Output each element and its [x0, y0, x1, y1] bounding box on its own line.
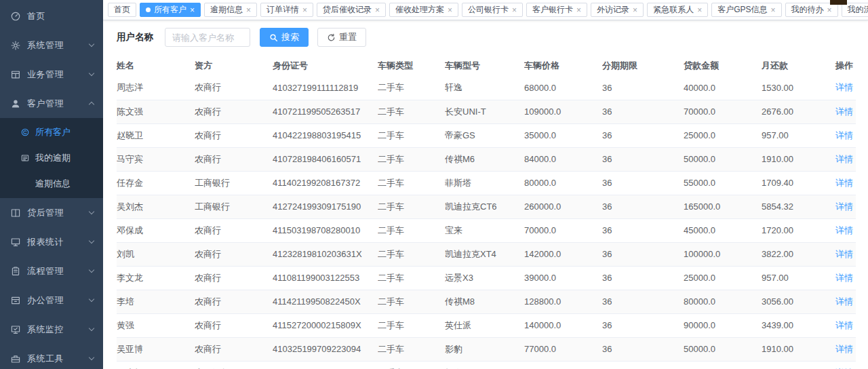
detail-link[interactable]: 详情	[835, 344, 853, 354]
cell-vehicle-model: 凯迪拉克XT4	[445, 242, 524, 266]
table-row: 李培农商行41142119950822450X二手车传祺M8128800.036…	[117, 290, 856, 313]
cell-funder: 农商行	[195, 242, 273, 266]
cell-installment-term: 36	[602, 337, 684, 361]
cell-installment-term: 36	[602, 171, 684, 195]
column-header-id-number: 身份证号	[273, 56, 378, 76]
table-row: 马守宾农商行410728198406160571二手车传祺M684000.036…	[117, 147, 856, 171]
close-icon[interactable]: ×	[512, 6, 517, 14]
sidebar-item[interactable]: 贷后管理	[0, 198, 103, 227]
tab-item[interactable]: 紧急联系人×	[647, 3, 708, 17]
search-icon	[269, 33, 278, 42]
close-icon[interactable]: ×	[827, 6, 832, 14]
tab-item[interactable]: 客户GPS信息×	[711, 3, 781, 17]
column-header-vehicle-price: 车辆价格	[524, 56, 602, 76]
cell-action: 详情	[821, 218, 856, 242]
refresh-icon	[327, 33, 336, 42]
search-button-label: 搜索	[281, 31, 299, 43]
tab-item[interactable]: 外访记录×	[591, 3, 644, 17]
detail-link[interactable]: 详情	[835, 273, 853, 283]
search-button[interactable]: 搜索	[260, 28, 309, 47]
sidebar-subitem[interactable]: 逾期信息	[0, 171, 103, 197]
detail-link[interactable]: 详情	[835, 154, 853, 164]
cell-loan-amount: 70000.0	[684, 100, 762, 123]
sidebar-item[interactable]: 系统管理	[0, 31, 103, 60]
tab-item[interactable]: 我的待办×	[785, 3, 838, 17]
sidebar-item-label: 系统管理	[27, 39, 90, 52]
cell-vehicle-model: 远景X3	[445, 266, 524, 290]
sidebar-item[interactable]: 报表统计	[0, 227, 103, 256]
sidebar-item[interactable]: 客户管理	[0, 89, 103, 118]
tab-label: 客户GPS信息	[717, 4, 767, 16]
close-icon[interactable]: ×	[448, 6, 452, 14]
close-icon[interactable]: ×	[576, 6, 581, 14]
tab-item[interactable]: 我的流程×	[842, 3, 868, 17]
sidebar-item-label: 客户管理	[27, 98, 90, 110]
cell-name: 刘凯	[117, 242, 195, 266]
sidebar-item[interactable]: 首页	[0, 1, 103, 31]
cell-monthly-payment: 957.00	[762, 266, 821, 290]
detail-link[interactable]: 详情	[835, 249, 853, 259]
sidebar-item[interactable]: 系统监控	[0, 315, 103, 344]
tab-item[interactable]: 催收处理方案×	[389, 3, 458, 17]
chevron-down-icon	[89, 326, 94, 331]
tab-item[interactable]: 首页	[108, 3, 136, 17]
detail-link[interactable]: 详情	[835, 130, 853, 140]
cell-vehicle-price: 80000.0	[524, 171, 602, 195]
detail-link[interactable]: 详情	[835, 201, 853, 212]
tab-item[interactable]: 所有客户×	[140, 3, 201, 17]
tab-item[interactable]: 公司银行卡×	[462, 3, 523, 17]
cell-name: 王晓辉	[117, 361, 195, 369]
sidebar-submenu: 所有客户我的逾期逾期信息	[0, 118, 103, 198]
detail-link[interactable]: 详情	[835, 178, 853, 188]
close-icon[interactable]: ×	[770, 6, 775, 14]
sidebar-subitem[interactable]: 所有客户	[0, 119, 103, 145]
cell-vehicle-price: 77000.0	[524, 337, 602, 361]
customer-name-input[interactable]	[165, 28, 250, 47]
close-icon[interactable]: ×	[375, 6, 380, 14]
cell-action: 详情	[821, 123, 856, 147]
tab-item[interactable]: 贷后催收记录×	[317, 3, 386, 17]
cell-vehicle-type: 二手车	[378, 266, 445, 290]
table-row: 任存金工商银行411402199208167372二手车菲斯塔80000.036…	[117, 171, 856, 195]
close-icon[interactable]: ×	[246, 6, 251, 14]
close-icon[interactable]: ×	[302, 6, 307, 14]
detail-link[interactable]: 详情	[835, 320, 853, 330]
sidebar-subitem[interactable]: 我的逾期	[0, 145, 103, 171]
sidebar-item[interactable]: 办公管理	[0, 286, 103, 315]
column-header-action: 操作	[821, 56, 856, 76]
cell-monthly-payment: 3056.00	[762, 290, 821, 313]
cell-action: 详情	[821, 266, 856, 290]
cell-funder: 工商银行	[195, 195, 273, 218]
tab-item[interactable]: 订单详情×	[260, 3, 313, 17]
detail-link[interactable]: 详情	[835, 296, 853, 307]
customers-icon	[20, 128, 30, 137]
table-row-partial: 王晓辉中原银行二手车轩逸详情	[117, 361, 856, 369]
sidebar-item[interactable]: 系统工具	[0, 344, 103, 369]
tab-item[interactable]: 逾期信息×	[204, 3, 257, 17]
sidebar-item[interactable]: 业务管理	[0, 60, 103, 89]
avatar-partial	[830, 0, 847, 5]
close-icon[interactable]: ×	[633, 6, 637, 14]
detail-link[interactable]: 详情	[835, 225, 853, 235]
cell-vehicle-price: 140000.0	[524, 313, 602, 337]
cell-installment-term: 36	[602, 266, 684, 290]
detail-link[interactable]: 详情	[835, 82, 853, 92]
close-icon[interactable]: ×	[697, 6, 702, 14]
sidebar-item-label: 办公管理	[27, 294, 90, 307]
sidebar-item[interactable]: 流程管理	[0, 256, 103, 286]
cell-monthly-payment: 3439.00	[762, 313, 821, 337]
sidebar-subitem-label: 我的逾期	[35, 152, 71, 164]
cell-installment-term: 36	[602, 218, 684, 242]
detail-link[interactable]: 详情	[835, 106, 853, 117]
cell-monthly-payment	[762, 361, 821, 369]
cell-loan-amount: 40000.0	[684, 76, 762, 100]
cell-monthly-payment: 1910.00	[762, 337, 821, 361]
cell-vehicle-type: 二手车	[378, 171, 445, 195]
cell-loan-amount: 50000.0	[684, 147, 762, 171]
close-icon[interactable]: ×	[190, 6, 195, 14]
cell-vehicle-type: 二手车	[378, 218, 445, 242]
cell-vehicle-model: 影豹	[445, 337, 524, 361]
reset-button[interactable]: 重置	[317, 28, 366, 47]
tab-item[interactable]: 客户银行卡×	[526, 3, 587, 17]
tabs-bar: 首页所有客户×逾期信息×订单详情×贷后催收记录×催收处理方案×公司银行卡×客户银…	[103, 0, 868, 20]
